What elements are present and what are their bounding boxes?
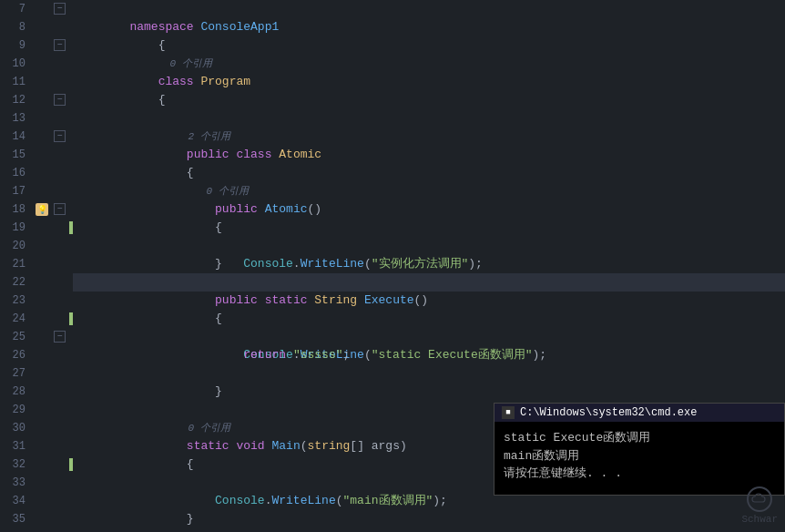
bp-line-12 <box>33 91 51 109</box>
fold-row-26 <box>51 346 69 364</box>
breakpoint-column: 💡 <box>33 0 51 532</box>
fold-button-14[interactable]: − <box>54 130 66 142</box>
bp-line-14 <box>33 128 51 146</box>
code-line-20: Console.WriteLine("static Execute函数调用"); <box>73 310 785 328</box>
fold-row-8 <box>51 18 69 36</box>
code-line-31: public static string str1 = Atomic.Execu… <box>73 528 785 532</box>
fold-button-25[interactable]: − <box>54 331 66 343</box>
cmd-output-3: 请按任意键继续. . . <box>504 465 775 483</box>
fold-row-25: − <box>51 328 69 346</box>
code-line-17: } <box>73 237 785 255</box>
bp-line-8 <box>33 18 51 36</box>
fold-row-16 <box>51 164 69 182</box>
fold-row-19 <box>51 219 69 237</box>
code-line-12: public class Atomic <box>73 128 785 146</box>
bp-line-26 <box>33 346 51 364</box>
fold-row-20 <box>51 237 69 255</box>
code-line-24 <box>73 383 785 401</box>
bp-line-21 <box>33 255 51 273</box>
cmd-icon: ■ <box>502 406 515 419</box>
code-line-30 <box>73 510 785 528</box>
fold-row-14: − <box>51 128 69 146</box>
code-line-18: public static String Execute() <box>73 273 785 292</box>
green-bar-27 <box>69 458 73 471</box>
bp-line-17 <box>33 182 51 200</box>
line-numbers: 7 8 9 10 11 12 13 14 15 16 17 18 19 20 2… <box>0 0 33 532</box>
bp-line-7 <box>33 0 51 18</box>
fold-row-13 <box>51 109 69 128</box>
code-line-14: public Atomic() <box>73 182 785 200</box>
fold-row-7: − <box>51 0 69 18</box>
code-line-8: { <box>73 18 785 36</box>
bp-line-11 <box>33 73 51 91</box>
fold-row-15 <box>51 146 69 164</box>
green-bar-16 <box>69 221 73 234</box>
code-line-21: return "sssss"; <box>73 328 785 346</box>
code-line-23: } <box>73 364 785 383</box>
cmd-title: C:\Windows\system32\cmd.exe <box>520 406 697 419</box>
fold-button-9[interactable]: − <box>54 39 66 51</box>
code-line-10: { <box>73 73 785 91</box>
bp-line-27 <box>33 364 51 383</box>
fold-row-27 <box>51 364 69 383</box>
bp-line-18: 💡 <box>33 200 51 219</box>
bp-line-9 <box>33 36 51 55</box>
bp-line-20 <box>33 237 51 255</box>
code-line-16: Console.WriteLine("实例化方法调用"); <box>73 219 785 237</box>
watermark: Schwar <box>741 486 778 525</box>
bp-line-10 <box>33 55 51 73</box>
code-line-ref-9: 0 个引用 <box>73 36 785 55</box>
cloud-icon <box>751 491 768 507</box>
bp-line-23 <box>33 292 51 310</box>
code-editor: 7 8 9 10 11 12 13 14 15 16 17 18 19 20 2… <box>0 0 785 532</box>
fold-row-21 <box>51 255 69 273</box>
code-line-7: namespace ConsoleApp1 <box>73 0 785 18</box>
cmd-window: ■ C:\Windows\system32\cmd.exe static Exe… <box>494 403 785 496</box>
fold-column: − − − − − <box>51 0 69 532</box>
fold-button-12[interactable]: − <box>54 94 66 106</box>
fold-row-23 <box>51 292 69 310</box>
bp-line-22 <box>33 273 51 292</box>
code-line-15: { <box>73 200 785 219</box>
green-bar-20 <box>69 312 73 325</box>
code-line-19: { <box>73 292 785 310</box>
bp-line-13 <box>33 109 51 128</box>
fold-row-11 <box>51 73 69 91</box>
code-line-11 <box>73 91 785 109</box>
fold-row-12: − <box>51 91 69 109</box>
fold-row-10 <box>51 55 69 73</box>
fold-row-9: − <box>51 36 69 55</box>
watermark-logo <box>747 486 772 512</box>
cmd-title-bar: ■ C:\Windows\system32\cmd.exe <box>494 404 784 422</box>
fold-row-18: − <box>51 200 69 219</box>
bp-line-19 <box>33 219 51 237</box>
cmd-body: static Execute函数调用 main函数调用 请按任意键继续. . . <box>494 422 784 495</box>
bp-line-15 <box>33 146 51 164</box>
cmd-output-2: main函数调用 <box>504 447 775 466</box>
fold-row-24 <box>51 310 69 328</box>
watermark-label: Schwar <box>741 514 778 525</box>
bp-line-16 <box>33 164 51 182</box>
code-line-13: { <box>73 146 785 164</box>
bp-line-25 <box>33 328 51 346</box>
cmd-output-1: static Execute函数调用 <box>504 429 775 447</box>
fold-row-22 <box>51 273 69 292</box>
fold-row-17 <box>51 182 69 200</box>
fold-button-18[interactable]: − <box>54 203 66 215</box>
code-line-ref-12: 2 个引用 <box>73 109 785 128</box>
bp-line-24 <box>33 310 51 328</box>
hint-icon: 💡 <box>36 203 48 216</box>
code-line-22 <box>73 346 785 364</box>
code-line-9: class Program <box>73 55 785 73</box>
fold-button-7[interactable]: − <box>54 3 66 15</box>
